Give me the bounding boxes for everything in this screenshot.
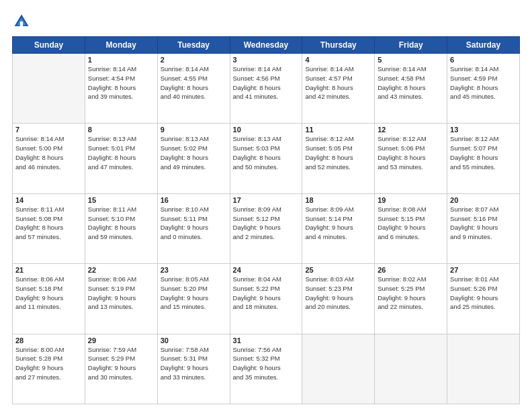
daylight-minutes-text: and 13 minutes. — [88, 303, 134, 310]
calendar-day-cell: 27Sunrise: 8:01 AMSunset: 5:26 PMDayligh… — [447, 264, 520, 334]
daylight-minutes-text: and 22 minutes. — [378, 303, 423, 310]
day-number: 17 — [233, 196, 300, 204]
sunrise-text: Sunrise: 8:13 AM — [88, 135, 136, 142]
sunrise-text: Sunrise: 8:14 AM — [233, 65, 281, 73]
daylight-hours-text: Daylight: 9 hours — [161, 364, 208, 371]
day-number: 16 — [161, 196, 227, 204]
day-info: Sunrise: 7:59 AMSunset: 5:29 PMDaylight:… — [88, 345, 154, 382]
day-number: 3 — [233, 56, 300, 64]
daylight-hours-text: Daylight: 9 hours — [305, 224, 353, 231]
sunset-text: Sunset: 5:16 PM — [450, 215, 497, 222]
sunrise-text: Sunrise: 8:14 AM — [88, 65, 136, 73]
daylight-hours-text: Daylight: 9 hours — [15, 364, 63, 371]
day-number: 10 — [233, 126, 300, 134]
daylight-hours-text: Daylight: 9 hours — [161, 294, 208, 302]
daylight-minutes-text: and 20 minutes. — [305, 303, 351, 310]
day-info: Sunrise: 8:13 AMSunset: 5:02 PMDaylight:… — [161, 134, 227, 171]
daylight-hours-text: Daylight: 9 hours — [378, 224, 425, 231]
daylight-hours-text: Daylight: 9 hours — [233, 294, 281, 302]
daylight-hours-text: Daylight: 8 hours — [378, 84, 425, 91]
daylight-hours-text: Daylight: 8 hours — [305, 84, 353, 91]
sunset-text: Sunset: 5:18 PM — [15, 285, 62, 292]
weekday-header-cell: Wednesday — [230, 37, 302, 54]
sunset-text: Sunset: 5:00 PM — [15, 144, 62, 152]
day-number: 20 — [450, 196, 517, 204]
day-number: 27 — [450, 266, 517, 274]
day-info: Sunrise: 8:01 AMSunset: 5:26 PMDaylight:… — [450, 275, 517, 312]
daylight-hours-text: Daylight: 9 hours — [15, 294, 63, 302]
calendar-day-cell: 19Sunrise: 8:08 AMSunset: 5:15 PMDayligh… — [375, 193, 447, 263]
daylight-hours-text: Daylight: 8 hours — [161, 154, 208, 161]
sunrise-text: Sunrise: 8:14 AM — [378, 65, 426, 73]
daylight-minutes-text: and 25 minutes. — [450, 303, 496, 310]
sunrise-text: Sunrise: 8:02 AM — [378, 275, 426, 283]
sunset-text: Sunset: 5:28 PM — [15, 355, 62, 362]
daylight-minutes-text: and 46 minutes. — [15, 163, 61, 171]
daylight-minutes-text: and 57 minutes. — [15, 233, 61, 240]
day-info: Sunrise: 8:06 AMSunset: 5:19 PMDaylight:… — [88, 275, 154, 312]
daylight-minutes-text: and 15 minutes. — [161, 303, 206, 310]
sunset-text: Sunset: 5:14 PM — [305, 215, 352, 222]
daylight-minutes-text: and 30 minutes. — [88, 373, 134, 381]
day-info: Sunrise: 8:09 AMSunset: 5:14 PMDaylight:… — [305, 205, 371, 242]
daylight-minutes-text: and 40 minutes. — [161, 93, 206, 100]
daylight-minutes-text: and 59 minutes. — [88, 233, 134, 240]
daylight-hours-text: Daylight: 8 hours — [450, 154, 498, 161]
sunset-text: Sunset: 5:07 PM — [450, 144, 497, 152]
sunrise-text: Sunrise: 8:09 AM — [305, 205, 353, 213]
sunset-text: Sunset: 5:05 PM — [305, 144, 352, 152]
day-info: Sunrise: 8:14 AMSunset: 4:54 PMDaylight:… — [88, 64, 154, 101]
daylight-hours-text: Daylight: 8 hours — [15, 224, 63, 231]
calendar: SundayMondayTuesdayWednesdayThursdayFrid… — [12, 36, 520, 404]
day-number: 1 — [88, 56, 154, 64]
sunrise-text: Sunrise: 8:11 AM — [15, 205, 64, 213]
sunrise-text: Sunrise: 8:14 AM — [15, 135, 64, 142]
sunset-text: Sunset: 5:10 PM — [88, 215, 135, 222]
calendar-day-cell: 7Sunrise: 8:14 AMSunset: 5:00 PMDaylight… — [13, 124, 85, 193]
daylight-hours-text: Daylight: 9 hours — [378, 294, 425, 302]
logo — [12, 12, 34, 31]
daylight-hours-text: Daylight: 8 hours — [88, 84, 136, 91]
calendar-day-cell: 18Sunrise: 8:09 AMSunset: 5:14 PMDayligh… — [302, 193, 375, 263]
svg-rect-2 — [20, 21, 23, 26]
day-number: 14 — [15, 196, 82, 204]
day-number: 23 — [161, 266, 227, 274]
sunset-text: Sunset: 4:55 PM — [161, 75, 208, 82]
logo-icon — [12, 12, 31, 31]
daylight-hours-text: Daylight: 9 hours — [88, 294, 136, 302]
daylight-minutes-text: and 33 minutes. — [161, 373, 206, 381]
daylight-minutes-text: and 45 minutes. — [450, 93, 496, 100]
calendar-day-cell: 2Sunrise: 8:14 AMSunset: 4:55 PMDaylight… — [157, 54, 230, 124]
daylight-minutes-text: and 6 minutes. — [378, 233, 419, 240]
calendar-week-row: 7Sunrise: 8:14 AMSunset: 5:00 PMDaylight… — [13, 124, 520, 193]
calendar-day-cell — [447, 334, 520, 404]
calendar-day-cell: 10Sunrise: 8:13 AMSunset: 5:03 PMDayligh… — [230, 124, 302, 193]
day-number: 28 — [15, 336, 82, 345]
sunset-text: Sunset: 4:58 PM — [378, 75, 425, 82]
day-info: Sunrise: 8:00 AMSunset: 5:28 PMDaylight:… — [15, 345, 82, 382]
daylight-hours-text: Daylight: 8 hours — [305, 154, 353, 161]
day-info: Sunrise: 8:14 AMSunset: 4:55 PMDaylight:… — [161, 64, 227, 101]
sunrise-text: Sunrise: 8:14 AM — [161, 65, 209, 73]
day-info: Sunrise: 7:58 AMSunset: 5:31 PMDaylight:… — [161, 345, 227, 382]
sunrise-text: Sunrise: 7:56 AM — [233, 346, 281, 353]
sunset-text: Sunset: 4:54 PM — [88, 75, 135, 82]
calendar-day-cell: 4Sunrise: 8:14 AMSunset: 4:57 PMDaylight… — [302, 54, 375, 124]
sunset-text: Sunset: 5:12 PM — [233, 215, 280, 222]
sunset-text: Sunset: 5:32 PM — [233, 355, 280, 362]
weekday-header-cell: Sunday — [13, 37, 85, 54]
sunset-text: Sunset: 4:59 PM — [450, 75, 497, 82]
sunset-text: Sunset: 5:02 PM — [161, 144, 208, 152]
calendar-day-cell: 24Sunrise: 8:04 AMSunset: 5:22 PMDayligh… — [230, 264, 302, 334]
day-number: 12 — [378, 126, 444, 134]
day-info: Sunrise: 8:11 AMSunset: 5:10 PMDaylight:… — [88, 205, 154, 242]
daylight-minutes-text: and 39 minutes. — [88, 93, 134, 100]
day-info: Sunrise: 8:03 AMSunset: 5:23 PMDaylight:… — [305, 275, 371, 312]
calendar-day-cell: 9Sunrise: 8:13 AMSunset: 5:02 PMDaylight… — [157, 124, 230, 193]
day-number: 26 — [378, 266, 444, 274]
daylight-minutes-text: and 27 minutes. — [15, 373, 61, 381]
sunset-text: Sunset: 5:11 PM — [161, 215, 208, 222]
weekday-header-cell: Monday — [85, 37, 157, 54]
daylight-minutes-text: and 2 minutes. — [233, 233, 275, 240]
calendar-day-cell: 15Sunrise: 8:11 AMSunset: 5:10 PMDayligh… — [85, 193, 157, 263]
